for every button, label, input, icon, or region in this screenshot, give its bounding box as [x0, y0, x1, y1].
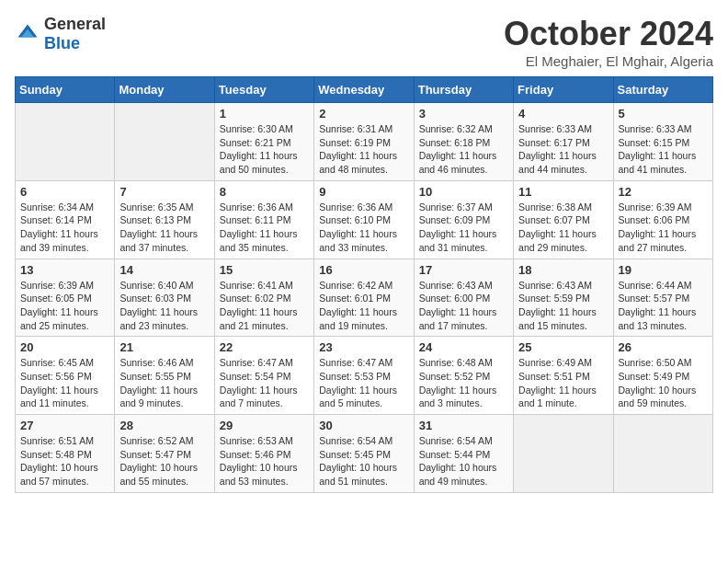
day-number: 9: [319, 185, 408, 199]
cell-info: Sunrise: 6:47 AMSunset: 5:53 PMDaylight:…: [319, 357, 397, 408]
cell-info: Sunrise: 6:49 AMSunset: 5:51 PMDaylight:…: [518, 357, 597, 408]
logo-icon: [15, 21, 40, 47]
day-number: 13: [20, 263, 109, 277]
day-number: 24: [419, 340, 508, 354]
day-number: 22: [220, 340, 309, 354]
header-friday: Friday: [514, 77, 613, 103]
day-number: 17: [419, 263, 508, 277]
day-number: 11: [518, 185, 608, 199]
cell-info: Sunrise: 6:37 AMSunset: 6:09 PMDaylight:…: [419, 201, 497, 253]
cell-info: Sunrise: 6:52 AMSunset: 5:47 PMDaylight:…: [119, 435, 198, 487]
cell-info: Sunrise: 6:33 AMSunset: 6:15 PMDaylight:…: [619, 123, 697, 175]
cell-info: Sunrise: 6:42 AMSunset: 6:01 PMDaylight:…: [319, 280, 397, 331]
calendar-cell: 24Sunrise: 6:48 AMSunset: 5:52 PMDayligh…: [414, 337, 513, 415]
calendar-cell: 4Sunrise: 6:33 AMSunset: 6:17 PMDaylight…: [514, 103, 613, 181]
day-number: 19: [619, 263, 708, 277]
cell-info: Sunrise: 6:32 AMSunset: 6:18 PMDaylight:…: [419, 123, 497, 175]
cell-info: Sunrise: 6:53 AMSunset: 5:46 PMDaylight:…: [220, 435, 298, 487]
calendar-cell: [16, 103, 115, 181]
cell-info: Sunrise: 6:40 AMSunset: 6:03 PMDaylight:…: [119, 280, 198, 331]
calendar-cell: 18Sunrise: 6:43 AMSunset: 5:59 PMDayligh…: [514, 259, 613, 337]
day-number: 30: [319, 419, 408, 432]
cell-info: Sunrise: 6:34 AMSunset: 6:14 PMDaylight:…: [20, 201, 98, 253]
calendar-cell: 27Sunrise: 6:51 AMSunset: 5:48 PMDayligh…: [16, 415, 115, 493]
cell-info: Sunrise: 6:36 AMSunset: 6:10 PMDaylight:…: [319, 201, 397, 253]
calendar-cell: 3Sunrise: 6:32 AMSunset: 6:18 PMDaylight…: [414, 103, 513, 181]
logo-blue: Blue: [44, 34, 80, 52]
calendar-header: SundayMondayTuesdayWednesdayThursdayFrid…: [16, 77, 713, 103]
cell-info: Sunrise: 6:44 AMSunset: 5:57 PMDaylight:…: [619, 280, 697, 331]
day-number: 2: [319, 107, 408, 121]
cell-info: Sunrise: 6:39 AMSunset: 6:06 PMDaylight:…: [619, 201, 697, 253]
day-number: 15: [220, 263, 309, 277]
title-location: El Meghaier, El Mghair, Algeria: [504, 53, 713, 69]
cell-info: Sunrise: 6:43 AMSunset: 6:00 PMDaylight:…: [419, 280, 497, 331]
week-row-2: 6Sunrise: 6:34 AMSunset: 6:14 PMDaylight…: [16, 180, 713, 259]
day-number: 3: [419, 107, 508, 121]
page-header: General Blue October 2024 El Meghaier, E…: [15, 15, 713, 69]
title-month: October 2024: [504, 15, 713, 53]
header-wednesday: Wednesday: [314, 77, 414, 103]
day-number: 16: [319, 263, 408, 277]
header-saturday: Saturday: [613, 77, 712, 103]
calendar-body: 1Sunrise: 6:30 AMSunset: 6:21 PMDaylight…: [16, 103, 713, 493]
calendar-cell: 2Sunrise: 6:31 AMSunset: 6:19 PMDaylight…: [314, 103, 414, 181]
calendar-cell: 28Sunrise: 6:52 AMSunset: 5:47 PMDayligh…: [115, 415, 214, 493]
header-row: SundayMondayTuesdayWednesdayThursdayFrid…: [16, 77, 713, 103]
header-sunday: Sunday: [16, 77, 115, 103]
day-number: 7: [119, 185, 209, 199]
calendar-cell: 11Sunrise: 6:38 AMSunset: 6:07 PMDayligh…: [514, 180, 613, 259]
week-row-3: 13Sunrise: 6:39 AMSunset: 6:05 PMDayligh…: [16, 259, 713, 337]
calendar-cell: 7Sunrise: 6:35 AMSunset: 6:13 PMDaylight…: [115, 180, 214, 259]
calendar-cell: 13Sunrise: 6:39 AMSunset: 6:05 PMDayligh…: [16, 259, 115, 337]
logo-text: General Blue: [44, 15, 106, 53]
day-number: 28: [119, 419, 209, 432]
day-number: 8: [220, 185, 309, 199]
calendar-cell: 8Sunrise: 6:36 AMSunset: 6:11 PMDaylight…: [214, 180, 313, 259]
cell-info: Sunrise: 6:50 AMSunset: 5:49 PMDaylight:…: [619, 357, 697, 408]
title-block: October 2024 El Meghaier, El Mghair, Alg…: [504, 15, 713, 69]
cell-info: Sunrise: 6:46 AMSunset: 5:55 PMDaylight:…: [119, 357, 198, 408]
day-number: 29: [220, 419, 309, 432]
header-thursday: Thursday: [414, 77, 513, 103]
day-number: 26: [619, 340, 708, 354]
calendar-cell: 1Sunrise: 6:30 AMSunset: 6:21 PMDaylight…: [214, 103, 313, 181]
day-number: 23: [319, 340, 408, 354]
cell-info: Sunrise: 6:35 AMSunset: 6:13 PMDaylight:…: [119, 201, 198, 253]
calendar-cell: 30Sunrise: 6:54 AMSunset: 5:45 PMDayligh…: [314, 415, 414, 493]
day-number: 6: [20, 185, 109, 199]
calendar-cell: [514, 415, 613, 493]
calendar-cell: 29Sunrise: 6:53 AMSunset: 5:46 PMDayligh…: [214, 415, 313, 493]
day-number: 20: [20, 340, 109, 354]
cell-info: Sunrise: 6:39 AMSunset: 6:05 PMDaylight:…: [20, 280, 98, 331]
calendar-cell: 15Sunrise: 6:41 AMSunset: 6:02 PMDayligh…: [214, 259, 313, 337]
week-row-5: 27Sunrise: 6:51 AMSunset: 5:48 PMDayligh…: [16, 415, 713, 493]
day-number: 31: [419, 419, 508, 432]
day-number: 25: [518, 340, 608, 354]
week-row-4: 20Sunrise: 6:45 AMSunset: 5:56 PMDayligh…: [16, 337, 713, 415]
header-tuesday: Tuesday: [214, 77, 313, 103]
cell-info: Sunrise: 6:33 AMSunset: 6:17 PMDaylight:…: [518, 123, 597, 175]
calendar-cell: 16Sunrise: 6:42 AMSunset: 6:01 PMDayligh…: [314, 259, 414, 337]
day-number: 21: [119, 340, 209, 354]
calendar-cell: 12Sunrise: 6:39 AMSunset: 6:06 PMDayligh…: [613, 180, 712, 259]
cell-info: Sunrise: 6:51 AMSunset: 5:48 PMDaylight:…: [20, 435, 98, 487]
calendar-cell: 21Sunrise: 6:46 AMSunset: 5:55 PMDayligh…: [115, 337, 214, 415]
calendar-cell: 23Sunrise: 6:47 AMSunset: 5:53 PMDayligh…: [314, 337, 414, 415]
day-number: 10: [419, 185, 508, 199]
logo: General Blue: [15, 15, 106, 53]
cell-info: Sunrise: 6:47 AMSunset: 5:54 PMDaylight:…: [220, 357, 298, 408]
day-number: 14: [119, 263, 209, 277]
cell-info: Sunrise: 6:48 AMSunset: 5:52 PMDaylight:…: [419, 357, 497, 408]
cell-info: Sunrise: 6:54 AMSunset: 5:45 PMDaylight:…: [319, 435, 397, 487]
calendar-cell: 14Sunrise: 6:40 AMSunset: 6:03 PMDayligh…: [115, 259, 214, 337]
cell-info: Sunrise: 6:41 AMSunset: 6:02 PMDaylight:…: [220, 280, 298, 331]
day-number: 27: [20, 419, 109, 432]
calendar-cell: 31Sunrise: 6:54 AMSunset: 5:44 PMDayligh…: [414, 415, 513, 493]
calendar-cell: [115, 103, 214, 181]
calendar-table: SundayMondayTuesdayWednesdayThursdayFrid…: [15, 76, 713, 493]
calendar-cell: 22Sunrise: 6:47 AMSunset: 5:54 PMDayligh…: [214, 337, 313, 415]
calendar-cell: [613, 415, 712, 493]
calendar-cell: 6Sunrise: 6:34 AMSunset: 6:14 PMDaylight…: [16, 180, 115, 259]
calendar-cell: 9Sunrise: 6:36 AMSunset: 6:10 PMDaylight…: [314, 180, 414, 259]
